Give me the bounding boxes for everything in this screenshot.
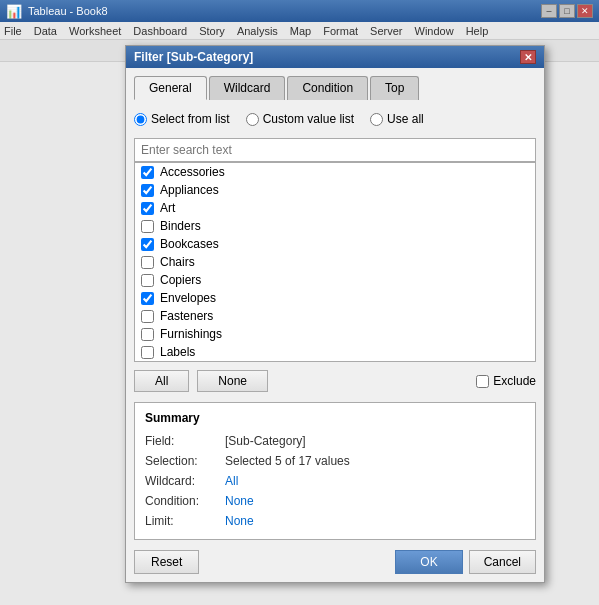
list-item: Binders — [135, 217, 535, 235]
radio-use-all[interactable]: Use all — [370, 112, 424, 126]
list-item-label: Accessories — [160, 165, 225, 179]
list-item: Furnishings — [135, 325, 535, 343]
list-item-label: Fasteners — [160, 309, 213, 323]
tab-condition[interactable]: Condition — [287, 76, 368, 100]
summary-wildcard-row: Wildcard: All — [145, 471, 525, 491]
summary-selection-row: Selection: Selected 5 of 17 values — [145, 451, 525, 471]
limit-label: Limit: — [145, 511, 225, 531]
list-item-label: Chairs — [160, 255, 195, 269]
menu-server[interactable]: Server — [370, 25, 402, 37]
list-item: Copiers — [135, 271, 535, 289]
limit-value[interactable]: None — [225, 511, 254, 531]
summary-panel: Summary Field: [Sub-Category] Selection:… — [134, 402, 536, 540]
menu-worksheet[interactable]: Worksheet — [69, 25, 121, 37]
menu-map[interactable]: Map — [290, 25, 311, 37]
radio-select-from-list[interactable]: Select from list — [134, 112, 230, 126]
radio-custom-value-list[interactable]: Custom value list — [246, 112, 354, 126]
ok-cancel-group: OK Cancel — [395, 550, 536, 574]
menu-dashboard[interactable]: Dashboard — [133, 25, 187, 37]
list-item-checkbox[interactable] — [141, 292, 154, 305]
menu-bar: File Data Worksheet Dashboard Story Anal… — [0, 22, 599, 40]
summary-limit-row: Limit: None — [145, 511, 525, 531]
menu-window[interactable]: Window — [415, 25, 454, 37]
exclude-option[interactable]: Exclude — [476, 374, 536, 388]
ok-button[interactable]: OK — [395, 550, 462, 574]
modal-body: General Wildcard Condition Top Select fr… — [126, 68, 544, 582]
menu-story[interactable]: Story — [199, 25, 225, 37]
modal-close-button[interactable]: ✕ — [520, 50, 536, 64]
all-button[interactable]: All — [134, 370, 189, 392]
list-item: Labels — [135, 343, 535, 361]
list-item-checkbox[interactable] — [141, 328, 154, 341]
menu-analysis[interactable]: Analysis — [237, 25, 278, 37]
menu-format[interactable]: Format — [323, 25, 358, 37]
search-input[interactable] — [134, 138, 536, 162]
list-item: Envelopes — [135, 289, 535, 307]
list-item-checkbox[interactable] — [141, 238, 154, 251]
modal-title: Filter [Sub-Category] — [134, 50, 520, 64]
exclude-label: Exclude — [493, 374, 536, 388]
tableau-title: Tableau - Book8 — [28, 5, 108, 17]
selection-value: Selected 5 of 17 values — [225, 451, 350, 471]
none-button[interactable]: None — [197, 370, 268, 392]
list-item-checkbox[interactable] — [141, 202, 154, 215]
list-item-label: Copiers — [160, 273, 201, 287]
maximize-button[interactable]: □ — [559, 4, 575, 18]
tableau-titlebar: 📊 Tableau - Book8 – □ ✕ — [0, 0, 599, 22]
list-item: Chairs — [135, 253, 535, 271]
menu-help[interactable]: Help — [466, 25, 489, 37]
exclude-checkbox[interactable] — [476, 375, 489, 388]
list-item: Accessories — [135, 163, 535, 181]
condition-label: Condition: — [145, 491, 225, 511]
condition-value[interactable]: None — [225, 491, 254, 511]
list-item-checkbox[interactable] — [141, 256, 154, 269]
window-controls: – □ ✕ — [541, 4, 593, 18]
list-item-checkbox[interactable] — [141, 310, 154, 323]
list-controls: All None Exclude — [134, 370, 536, 392]
tab-wildcard[interactable]: Wildcard — [209, 76, 286, 100]
wildcard-label: Wildcard: — [145, 471, 225, 491]
list-item-label: Bookcases — [160, 237, 219, 251]
list-item: Art — [135, 199, 535, 217]
list-item-checkbox[interactable] — [141, 346, 154, 359]
list-item: Bookcases — [135, 235, 535, 253]
selection-label: Selection: — [145, 451, 225, 471]
modal-titlebar: Filter [Sub-Category] ✕ — [126, 46, 544, 68]
menu-data[interactable]: Data — [34, 25, 57, 37]
field-label: Field: — [145, 431, 225, 451]
list-item-label: Appliances — [160, 183, 219, 197]
wildcard-value[interactable]: All — [225, 471, 238, 491]
list-item: Fasteners — [135, 307, 535, 325]
summary-field-row: Field: [Sub-Category] — [145, 431, 525, 451]
list-item-label: Envelopes — [160, 291, 216, 305]
summary-title: Summary — [145, 411, 525, 425]
menu-file[interactable]: File — [4, 25, 22, 37]
list-item-label: Furnishings — [160, 327, 222, 341]
filter-dialog: Filter [Sub-Category] ✕ General Wildcard… — [125, 45, 545, 583]
list-item-checkbox[interactable] — [141, 166, 154, 179]
tab-general[interactable]: General — [134, 76, 207, 100]
list-item: Appliances — [135, 181, 535, 199]
list-item-label: Art — [160, 201, 175, 215]
radio-group: Select from list Custom value list Use a… — [134, 108, 536, 130]
list-item-checkbox[interactable] — [141, 220, 154, 233]
close-button[interactable]: ✕ — [577, 4, 593, 18]
list-item-label: Labels — [160, 345, 195, 359]
tableau-window-icon: 📊 — [6, 4, 22, 19]
list-item-checkbox[interactable] — [141, 274, 154, 287]
tab-top[interactable]: Top — [370, 76, 419, 100]
reset-button[interactable]: Reset — [134, 550, 199, 574]
list-item-label: Binders — [160, 219, 201, 233]
tab-bar: General Wildcard Condition Top — [134, 76, 536, 100]
dialog-buttons: Reset OK Cancel — [134, 550, 536, 574]
minimize-button[interactable]: – — [541, 4, 557, 18]
items-list[interactable]: AccessoriesAppliancesArtBindersBookcases… — [134, 162, 536, 362]
list-item-checkbox[interactable] — [141, 184, 154, 197]
summary-condition-row: Condition: None — [145, 491, 525, 511]
cancel-button[interactable]: Cancel — [469, 550, 536, 574]
field-value: [Sub-Category] — [225, 431, 306, 451]
